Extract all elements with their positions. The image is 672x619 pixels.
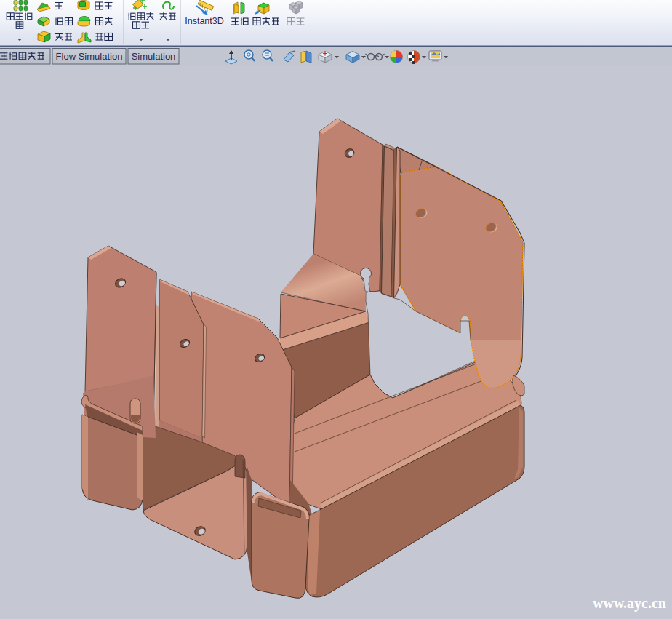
svg-text:Simulation: Simulation — [132, 51, 176, 62]
svg-text:Flow Simulation: Flow Simulation — [56, 51, 123, 62]
svg-text:www.ayc.cn: www.ayc.cn — [593, 595, 666, 612]
svg-text:Instant3D: Instant3D — [185, 16, 224, 26]
